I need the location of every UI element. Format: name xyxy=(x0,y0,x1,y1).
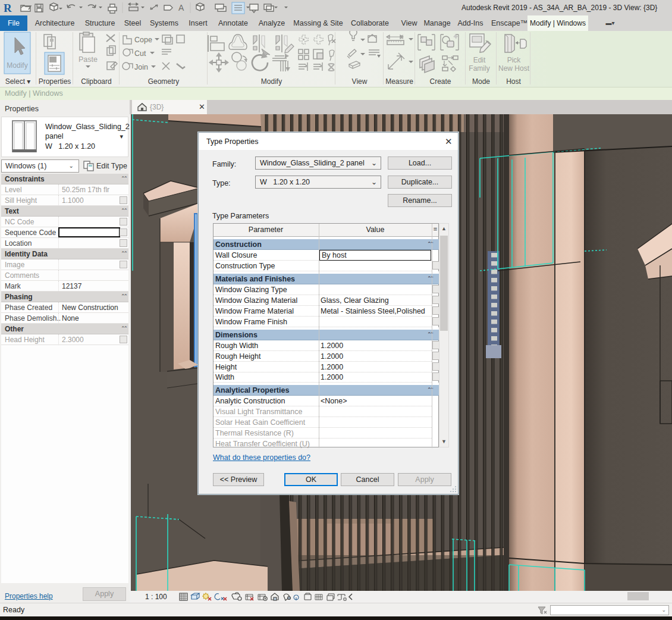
svg-text:Join: Join xyxy=(134,63,148,71)
svg-text:Modify: Modify xyxy=(7,61,27,70)
svg-text:Paste: Paste xyxy=(78,55,98,64)
svg-text:R: R xyxy=(4,2,12,14)
svg-text:Edit: Edit xyxy=(473,56,486,64)
svg-text:Family: Family xyxy=(469,64,489,73)
svg-text:Cope: Cope xyxy=(134,36,152,44)
svg-text:New Host: New Host xyxy=(498,64,530,73)
svg-text:Cut: Cut xyxy=(134,49,146,58)
svg-text:A: A xyxy=(178,3,184,12)
svg-text:Pick: Pick xyxy=(507,56,522,64)
